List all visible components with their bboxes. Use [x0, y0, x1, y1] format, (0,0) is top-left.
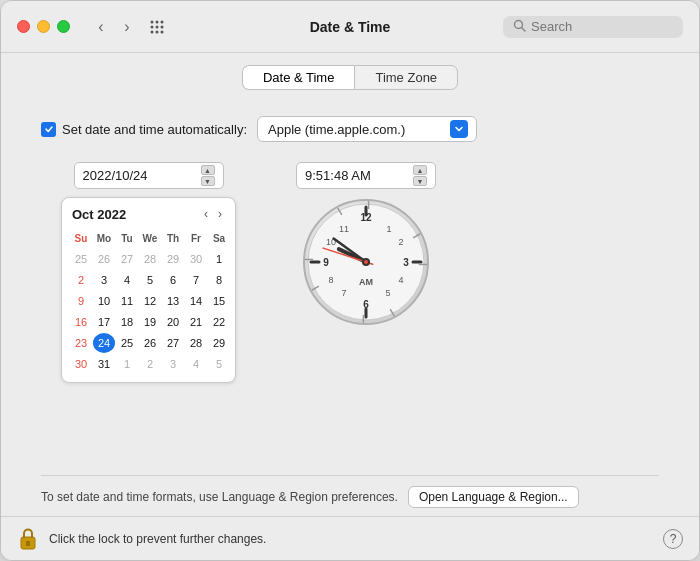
nav-buttons: ‹ › [90, 16, 138, 38]
cal-next-btn[interactable]: › [215, 206, 225, 222]
cal-cell[interactable]: 13 [162, 291, 184, 311]
svg-text:8: 8 [328, 275, 333, 285]
bottom-bar: Click the lock to prevent further change… [1, 516, 699, 560]
cal-cell[interactable]: 4 [116, 270, 138, 290]
cal-cell[interactable]: 12 [139, 291, 161, 311]
cal-header-mo: Mo [93, 228, 115, 248]
cal-cell[interactable]: 25 [116, 333, 138, 353]
help-button[interactable]: ? [663, 529, 683, 549]
minimize-button[interactable] [37, 20, 50, 33]
cal-cell[interactable]: 26 [93, 249, 115, 269]
svg-point-4 [156, 25, 159, 28]
cal-cell[interactable]: 29 [162, 249, 184, 269]
svg-point-3 [151, 25, 154, 28]
cal-cell[interactable]: 27 [162, 333, 184, 353]
maximize-button[interactable] [57, 20, 70, 33]
svg-text:12: 12 [360, 212, 372, 223]
cal-cell[interactable]: 7 [185, 270, 207, 290]
cal-cell[interactable]: 1 [208, 249, 230, 269]
svg-point-1 [156, 20, 159, 23]
svg-rect-44 [26, 541, 30, 546]
cal-cell[interactable]: 10 [93, 291, 115, 311]
tab-time-zone[interactable]: Time Zone [354, 65, 458, 90]
cal-cell[interactable]: 30 [70, 354, 92, 374]
cal-cell[interactable]: 1 [116, 354, 138, 374]
cal-cell[interactable]: 5 [208, 354, 230, 374]
cal-cell[interactable]: 27 [116, 249, 138, 269]
footer-hint: To set date and time formats, use Langua… [41, 475, 659, 516]
cal-cell[interactable]: 14 [185, 291, 207, 311]
svg-text:AM: AM [359, 277, 373, 287]
auto-time-checkbox[interactable] [41, 122, 56, 137]
cal-cell[interactable]: 5 [139, 270, 161, 290]
svg-text:1: 1 [386, 224, 391, 234]
lock-text: Click the lock to prevent further change… [49, 532, 653, 546]
traffic-lights [17, 20, 70, 33]
cal-cell[interactable]: 25 [70, 249, 92, 269]
date-stepper[interactable]: ▲ ▼ [201, 165, 215, 186]
search-bar[interactable] [503, 16, 683, 38]
search-input[interactable] [531, 19, 673, 34]
cal-cell[interactable]: 22 [208, 312, 230, 332]
tab-date-time[interactable]: Date & Time [242, 65, 355, 90]
svg-text:4: 4 [398, 275, 403, 285]
cal-cell[interactable]: 3 [162, 354, 184, 374]
cal-cell[interactable]: 20 [162, 312, 184, 332]
server-value: Apple (time.apple.com.) [268, 122, 442, 137]
cal-cell[interactable]: 24 [93, 333, 115, 353]
svg-text:3: 3 [403, 257, 409, 268]
svg-point-6 [151, 30, 154, 33]
cal-cell[interactable]: 28 [185, 333, 207, 353]
close-button[interactable] [17, 20, 30, 33]
cal-cell[interactable]: 11 [116, 291, 138, 311]
cal-cell[interactable]: 16 [70, 312, 92, 332]
auto-time-checkbox-label: Set date and time automatically: [41, 122, 247, 137]
date-down-btn[interactable]: ▼ [201, 176, 215, 186]
date-clock-row: 2022/10/24 ▲ ▼ Oct 2022 ‹ › [41, 162, 659, 383]
analog-clock: 12 3 6 9 1 2 4 5 7 8 10 11 AM [301, 197, 431, 327]
forward-button[interactable]: › [116, 16, 138, 38]
time-input-box[interactable]: 9:51:48 AM ▲ ▼ [296, 162, 436, 189]
svg-point-42 [364, 260, 368, 264]
cal-cell[interactable]: 3 [93, 270, 115, 290]
lock-icon[interactable] [17, 526, 39, 552]
cal-cell[interactable]: 21 [185, 312, 207, 332]
back-button[interactable]: ‹ [90, 16, 112, 38]
cal-grid: SuMoTuWeThFrSa25262728293012345678910111… [70, 228, 227, 374]
time-up-btn[interactable]: ▲ [413, 165, 427, 175]
cal-cell[interactable]: 17 [93, 312, 115, 332]
select-arrow-icon [450, 120, 468, 138]
cal-cell[interactable]: 18 [116, 312, 138, 332]
cal-cell[interactable]: 29 [208, 333, 230, 353]
cal-cell[interactable]: 2 [70, 270, 92, 290]
cal-cell[interactable]: 9 [70, 291, 92, 311]
date-up-btn[interactable]: ▲ [201, 165, 215, 175]
date-input-box[interactable]: 2022/10/24 ▲ ▼ [74, 162, 224, 189]
cal-cell[interactable]: 8 [208, 270, 230, 290]
open-language-button[interactable]: Open Language & Region... [408, 486, 579, 508]
svg-point-0 [151, 20, 154, 23]
cal-cell[interactable]: 23 [70, 333, 92, 353]
cal-cell[interactable]: 2 [139, 354, 161, 374]
svg-text:5: 5 [385, 288, 390, 298]
cal-cell[interactable]: 26 [139, 333, 161, 353]
server-select[interactable]: Apple (time.apple.com.) [257, 116, 477, 142]
cal-header-su: Su [70, 228, 92, 248]
svg-text:7: 7 [341, 288, 346, 298]
cal-cell[interactable]: 28 [139, 249, 161, 269]
time-stepper[interactable]: ▲ ▼ [413, 165, 427, 186]
tabs-bar: Date & Time Time Zone [1, 53, 699, 98]
cal-cell[interactable]: 31 [93, 354, 115, 374]
cal-cell[interactable]: 15 [208, 291, 230, 311]
time-value: 9:51:48 AM [305, 168, 371, 183]
svg-text:6: 6 [363, 299, 369, 310]
svg-point-5 [161, 25, 164, 28]
cal-cell[interactable]: 19 [139, 312, 161, 332]
cal-cell[interactable]: 30 [185, 249, 207, 269]
cal-cell[interactable]: 6 [162, 270, 184, 290]
cal-cell[interactable]: 4 [185, 354, 207, 374]
main-content: Set date and time automatically: Apple (… [1, 98, 699, 516]
cal-prev-btn[interactable]: ‹ [201, 206, 211, 222]
grid-icon[interactable] [146, 16, 168, 38]
time-down-btn[interactable]: ▼ [413, 176, 427, 186]
